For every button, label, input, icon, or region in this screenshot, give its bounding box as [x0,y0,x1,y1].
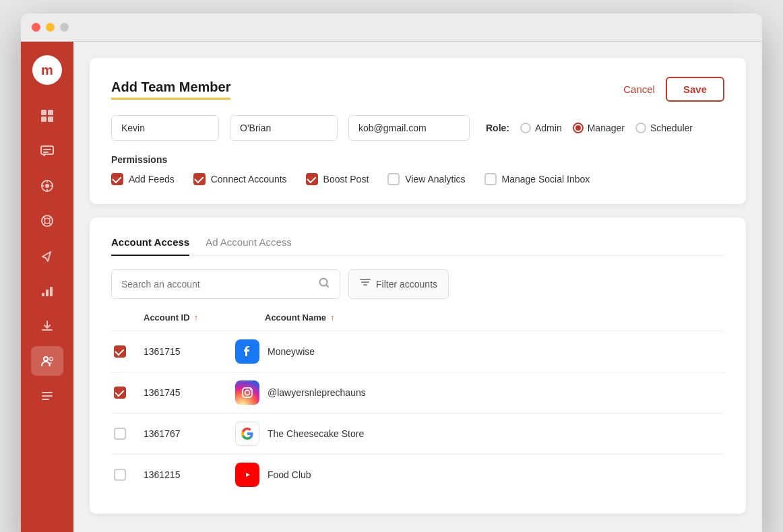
cancel-button[interactable]: Cancel [623,84,655,95]
row-3-check [114,428,144,440]
svg-point-16 [245,391,250,395]
perm-boost-post[interactable]: Boost Post [306,173,369,185]
sidebar-item-campaigns[interactable] [31,241,63,271]
svg-rect-9 [42,293,44,296]
svg-rect-3 [48,117,53,122]
boost-post-checkbox[interactable] [306,173,318,185]
name-sort-arrow[interactable]: ↑ [330,313,334,323]
row-1-checkbox[interactable] [114,345,126,358]
header-actions: Cancel Save [623,77,724,102]
filter-icon [360,279,371,290]
table-row: 1361767 The Cheesecake Store [111,413,724,454]
manager-radio-circle [573,123,584,133]
row-3-checkbox[interactable] [114,428,126,440]
manage-social-inbox-checkbox[interactable] [484,173,497,185]
search-input[interactable] [121,279,313,290]
sidebar-item-analytics[interactable] [31,171,63,201]
role-label: Role: [486,123,509,133]
id-sort-arrow[interactable]: ↑ [194,313,198,323]
svg-point-12 [44,357,48,361]
tabs: Account Access Ad Account Access [111,236,724,256]
maximize-button[interactable] [60,23,69,32]
add-feeds-checkbox[interactable] [111,173,123,185]
table-row: 1361745 @lawyersnleprechauns [111,372,724,413]
google-icon [235,422,259,446]
campaigns-icon [40,248,55,263]
view-analytics-checkbox[interactable] [387,173,400,185]
row-3-name-cell: The Cheesecake Store [235,422,722,446]
tab-account-access[interactable]: Account Access [111,236,189,256]
role-radio-group: Admin Manager Scheduler [520,123,693,133]
sidebar-item-team[interactable] [31,346,63,376]
row-2-name-cell: @lawyersnleprechauns [235,380,722,405]
sidebar-item-publish[interactable] [31,311,63,341]
add-feeds-label: Add Feeds [129,174,175,185]
permissions-list: Add Feeds Connect Accounts Boost Post [111,173,724,185]
role-admin[interactable]: Admin [520,123,562,133]
main-content: Add Team Member Cancel Save Role: [73,42,762,532]
permissions-section: Permissions Add Feeds Connect Accounts [111,154,724,185]
col-account-id: Account ID ↑ [144,312,265,323]
email-field[interactable] [348,115,470,141]
dashboard-icon [40,108,55,123]
row-4-checkbox[interactable] [114,469,126,481]
connect-accounts-checkbox[interactable] [193,173,206,185]
row-1-account-name: Moneywise [268,346,315,357]
table-row: 1361215 Food Club [111,454,724,495]
minimize-button[interactable] [46,23,55,32]
perm-manage-social-inbox[interactable]: Manage Social Inbox [484,173,590,185]
close-button[interactable] [32,23,40,32]
role-scheduler[interactable]: Scheduler [635,123,693,133]
svg-rect-0 [41,110,46,115]
sidebar-item-support[interactable] [31,206,63,236]
view-analytics-label: View Analytics [405,174,465,185]
perm-add-feeds[interactable]: Add Feeds [111,173,175,185]
reports-icon [40,284,55,298]
svg-rect-2 [41,117,46,122]
role-manager[interactable]: Manager [573,123,625,133]
last-name-field[interactable] [230,115,338,141]
support-icon [40,213,55,228]
first-name-field[interactable] [111,115,219,141]
row-2-checkbox[interactable] [114,387,126,399]
manager-radio-inner [575,125,581,131]
app-window: m [21,13,762,532]
form-title: Add Team Member [111,79,230,100]
row-4-check [114,469,144,481]
search-box [111,269,340,299]
sidebar-item-feeds[interactable] [31,381,63,411]
table-header: Account ID ↑ Account Name ↑ [111,312,724,331]
titlebar [21,13,762,42]
col-account-name: Account Name ↑ [265,312,722,323]
add-team-member-card: Add Team Member Cancel Save Role: [90,58,746,204]
content-area: m [21,42,762,532]
perm-connect-accounts[interactable]: Connect Accounts [193,173,287,185]
analytics-icon [40,178,55,193]
save-button[interactable]: Save [666,77,724,102]
row-1-name-cell: Moneywise [235,339,722,364]
svg-rect-1 [48,110,53,115]
sidebar-item-reports[interactable] [31,276,63,306]
sidebar-item-dashboard[interactable] [31,101,63,131]
search-icon [318,277,330,292]
table-row: 1361715 Moneywise [111,331,724,372]
form-header: Add Team Member Cancel Save [111,77,724,102]
instagram-icon [235,380,259,405]
filter-box[interactable]: Filter accounts [348,269,449,299]
row-4-id: 1361215 [144,469,235,480]
account-access-card: Account Access Ad Account Access [90,218,746,514]
row-2-id: 1361745 [144,387,235,398]
row-1-id: 1361715 [144,346,235,357]
connect-accounts-label: Connect Accounts [211,174,287,185]
perm-view-analytics[interactable]: View Analytics [387,173,465,185]
svg-rect-10 [46,290,49,296]
manager-label: Manager [588,123,625,133]
svg-point-13 [50,358,53,361]
sidebar-item-compose[interactable] [31,136,63,166]
tab-ad-account-access[interactable]: Ad Account Access [206,236,292,256]
row-2-account-name: @lawyersnleprechauns [268,387,366,398]
search-filter-row: Filter accounts [111,269,724,299]
compose-icon [40,143,55,158]
admin-radio-circle [520,123,531,133]
scheduler-radio-circle [635,123,646,133]
